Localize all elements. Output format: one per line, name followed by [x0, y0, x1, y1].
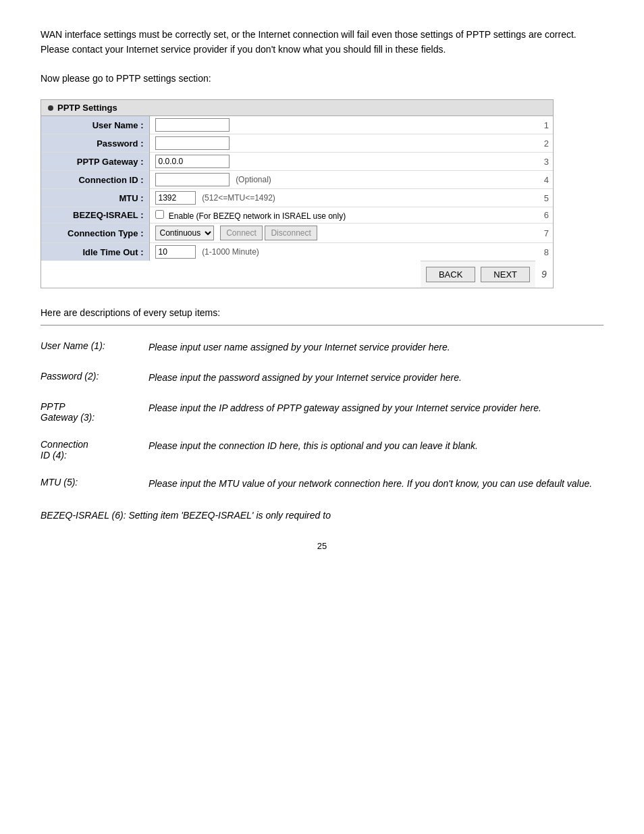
password-label: Password :	[41, 134, 149, 153]
username-input[interactable]	[155, 118, 230, 132]
pptp-gateway-input-cell	[149, 153, 539, 171]
desc-val-password: Please input the password assigned by yo…	[149, 367, 603, 397]
desc-key-username: User Name (1):	[41, 336, 149, 367]
desc-key-password: Password (2):	[41, 367, 149, 397]
back-button[interactable]: BACK	[426, 267, 475, 282]
connection-type-label: Connection Type :	[41, 224, 149, 243]
bezeq-checkbox[interactable]	[155, 210, 164, 219]
disconnect-button[interactable]: Disconnect	[265, 226, 317, 240]
table-row: User Name : 1	[41, 116, 553, 134]
desc-key-connection-id: Connection ID (4):	[41, 435, 149, 473]
table-row: BEZEQ-ISRAEL : Enable (For BEZEQ network…	[41, 207, 553, 224]
row-num-3: 3	[539, 153, 553, 171]
desc-row-mtu: MTU (5): Please input the MTU value of y…	[41, 473, 603, 503]
bezeq-input-cell: Enable (For BEZEQ network in ISRAEL use …	[149, 207, 539, 224]
table-row: Connection Type : Continuous Connect Dis…	[41, 224, 553, 243]
pptp-gateway-input[interactable]	[155, 155, 230, 168]
row-num-1: 1	[539, 116, 553, 134]
desc-row-pptp-gateway: PPTP Gateway (3): Please input the IP ad…	[41, 397, 603, 435]
pptp-header: PPTP Settings	[41, 100, 553, 116]
pptp-header-label: PPTP Settings	[57, 103, 117, 113]
mtu-input[interactable]	[155, 191, 196, 205]
mtu-input-cell: (512<=MTU<=1492)	[149, 189, 539, 207]
connection-type-cell: Continuous Connect Disconnect	[149, 224, 539, 243]
desc-key-pptp-gateway: PPTP Gateway (3):	[41, 397, 149, 435]
desc-val-username: Please input user name assigned by your …	[149, 336, 603, 367]
row-num-7: 7	[539, 224, 553, 243]
username-input-cell	[149, 116, 539, 134]
next-button[interactable]: NEXT	[481, 267, 530, 282]
desc-key-mtu: MTU (5):	[41, 473, 149, 503]
table-row: Idle Time Out : (1-1000 Minute) 8	[41, 243, 553, 261]
bezeq-text: Enable (For BEZEQ network in ISRAEL use …	[169, 211, 346, 221]
divider	[41, 325, 603, 325]
row-num-4: 4	[539, 171, 553, 189]
bezeq-description-line: BEZEQ-ISRAEL (6): Setting item 'BEZEQ-IS…	[41, 510, 603, 521]
password-input-cell	[149, 134, 539, 153]
btn-row-num: 9	[535, 269, 553, 280]
desc-row-password: Password (2): Please input the password …	[41, 367, 603, 397]
idle-timeout-input-cell: (1-1000 Minute)	[149, 243, 539, 261]
pptp-settings-box: PPTP Settings User Name : 1 Password : 2…	[41, 99, 554, 288]
connection-id-input[interactable]	[155, 173, 230, 186]
page-number: 25	[41, 541, 603, 551]
table-row: PPTP Gateway : 3	[41, 153, 553, 171]
connection-type-select[interactable]: Continuous	[155, 226, 214, 240]
intro-para2: Now please go to PPTP settings section:	[41, 71, 603, 86]
row-num-6: 6	[539, 207, 553, 224]
desc-val-pptp-gateway: Please input the IP address of PPTP gate…	[149, 397, 603, 435]
table-row: Connection ID : (Optional) 4	[41, 171, 553, 189]
descriptions-table: User Name (1): Please input user name as…	[41, 336, 603, 503]
intro-para1: WAN interface settings must be correctly…	[41, 27, 603, 57]
desc-val-mtu: Please input the MTU value of your netwo…	[149, 473, 603, 503]
idle-hint: (1-1000 Minute)	[202, 247, 259, 257]
idle-timeout-label: Idle Time Out :	[41, 243, 149, 261]
connection-id-label: Connection ID :	[41, 171, 149, 189]
descriptions-title: Here are descriptions of every setup ite…	[41, 307, 603, 318]
bezeq-label: BEZEQ-ISRAEL :	[41, 207, 149, 224]
row-num-2: 2	[539, 134, 553, 153]
pptp-header-dot	[48, 105, 53, 111]
table-row: Password : 2	[41, 134, 553, 153]
optional-hint: (Optional)	[236, 175, 271, 184]
pptp-gateway-label: PPTP Gateway :	[41, 153, 149, 171]
pptp-table: User Name : 1 Password : 2 PPTP Gateway …	[41, 116, 553, 261]
table-row: MTU : (512<=MTU<=1492) 5	[41, 189, 553, 207]
mtu-hint: (512<=MTU<=1492)	[202, 193, 275, 203]
desc-val-connection-id: Please input the connection ID here, thi…	[149, 435, 603, 473]
connect-button[interactable]: Connect	[220, 226, 263, 240]
descriptions-section: Here are descriptions of every setup ite…	[41, 307, 603, 521]
row-num-5: 5	[539, 189, 553, 207]
connection-id-input-cell: (Optional)	[149, 171, 539, 189]
password-input[interactable]	[155, 136, 230, 150]
username-label: User Name :	[41, 116, 149, 134]
idle-timeout-input[interactable]	[155, 245, 196, 259]
mtu-label: MTU :	[41, 189, 149, 207]
desc-row-username: User Name (1): Please input user name as…	[41, 336, 603, 367]
desc-row-connection-id: Connection ID (4): Please input the conn…	[41, 435, 603, 473]
row-num-8: 8	[539, 243, 553, 261]
bezeq-checkbox-label[interactable]: Enable (For BEZEQ network in ISRAEL use …	[155, 211, 346, 221]
